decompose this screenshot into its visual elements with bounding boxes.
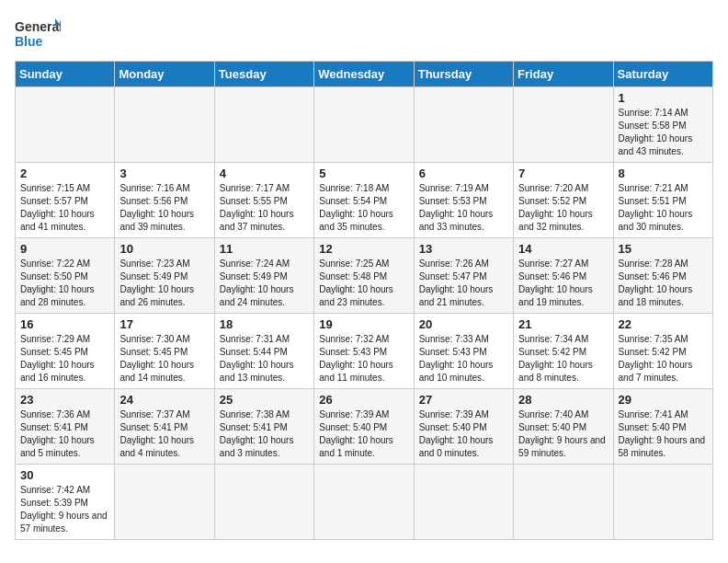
calendar-cell: 23Sunrise: 7:36 AM Sunset: 5:41 PM Dayli… bbox=[16, 389, 115, 465]
calendar-header: SundayMondayTuesdayWednesdayThursdayFrid… bbox=[16, 62, 713, 87]
logo-svg: General Blue bbox=[15, 15, 61, 53]
calendar-cell: 24Sunrise: 7:37 AM Sunset: 5:41 PM Dayli… bbox=[115, 389, 214, 465]
sun-info: Sunrise: 7:16 AM Sunset: 5:56 PM Dayligh… bbox=[119, 182, 209, 234]
calendar-cell: 28Sunrise: 7:40 AM Sunset: 5:40 PM Dayli… bbox=[514, 389, 613, 465]
sun-info: Sunrise: 7:20 AM Sunset: 5:52 PM Dayligh… bbox=[518, 182, 608, 234]
calendar-cell: 18Sunrise: 7:31 AM Sunset: 5:44 PM Dayli… bbox=[214, 314, 313, 389]
calendar-week-row: 16Sunrise: 7:29 AM Sunset: 5:45 PM Dayli… bbox=[16, 314, 713, 389]
calendar-cell: 14Sunrise: 7:27 AM Sunset: 5:46 PM Dayli… bbox=[514, 238, 613, 314]
weekday-row: SundayMondayTuesdayWednesdayThursdayFrid… bbox=[16, 62, 713, 87]
calendar-cell: 1Sunrise: 7:14 AM Sunset: 5:58 PM Daylig… bbox=[613, 87, 712, 163]
calendar-cell bbox=[115, 465, 214, 540]
sun-info: Sunrise: 7:37 AM Sunset: 5:41 PM Dayligh… bbox=[119, 408, 209, 460]
day-number: 4 bbox=[220, 167, 309, 180]
weekday-header: Wednesday bbox=[314, 62, 414, 87]
day-number: 1 bbox=[619, 91, 708, 105]
svg-text:Blue: Blue bbox=[15, 34, 43, 49]
calendar-cell: 9Sunrise: 7:22 AM Sunset: 5:50 PM Daylig… bbox=[16, 238, 115, 314]
calendar-cell: 22Sunrise: 7:35 AM Sunset: 5:42 PM Dayli… bbox=[613, 314, 712, 389]
calendar-cell: 4Sunrise: 7:17 AM Sunset: 5:55 PM Daylig… bbox=[214, 163, 313, 238]
day-number: 9 bbox=[20, 242, 109, 256]
day-number: 7 bbox=[518, 167, 608, 180]
calendar-cell bbox=[214, 465, 313, 540]
sun-info: Sunrise: 7:25 AM Sunset: 5:48 PM Dayligh… bbox=[319, 258, 408, 309]
calendar-cell: 8Sunrise: 7:21 AM Sunset: 5:51 PM Daylig… bbox=[613, 163, 712, 238]
weekday-header: Sunday bbox=[16, 62, 115, 87]
day-number: 2 bbox=[20, 167, 109, 180]
day-number: 28 bbox=[518, 393, 608, 407]
calendar-cell: 3Sunrise: 7:16 AM Sunset: 5:56 PM Daylig… bbox=[115, 163, 214, 238]
day-number: 30 bbox=[20, 468, 109, 482]
sun-info: Sunrise: 7:35 AM Sunset: 5:42 PM Dayligh… bbox=[619, 333, 708, 385]
calendar-cell: 30Sunrise: 7:42 AM Sunset: 5:39 PM Dayli… bbox=[16, 465, 115, 540]
day-number: 24 bbox=[119, 393, 209, 407]
calendar-cell: 2Sunrise: 7:15 AM Sunset: 5:57 PM Daylig… bbox=[16, 163, 115, 238]
sun-info: Sunrise: 7:23 AM Sunset: 5:49 PM Dayligh… bbox=[119, 258, 209, 309]
sun-info: Sunrise: 7:14 AM Sunset: 5:58 PM Dayligh… bbox=[619, 107, 708, 158]
calendar-cell bbox=[314, 87, 414, 163]
day-number: 15 bbox=[619, 242, 708, 256]
day-number: 8 bbox=[619, 167, 708, 180]
sun-info: Sunrise: 7:19 AM Sunset: 5:53 PM Dayligh… bbox=[419, 182, 508, 234]
day-number: 10 bbox=[119, 242, 209, 256]
calendar-cell bbox=[16, 87, 115, 163]
calendar-cell: 19Sunrise: 7:32 AM Sunset: 5:43 PM Dayli… bbox=[314, 314, 414, 389]
weekday-header: Friday bbox=[514, 62, 613, 87]
calendar-cell bbox=[414, 465, 513, 540]
sun-info: Sunrise: 7:30 AM Sunset: 5:45 PM Dayligh… bbox=[119, 333, 209, 385]
day-number: 16 bbox=[20, 317, 109, 331]
sun-info: Sunrise: 7:31 AM Sunset: 5:44 PM Dayligh… bbox=[220, 333, 309, 385]
svg-text:General: General bbox=[15, 19, 61, 34]
day-number: 14 bbox=[518, 242, 608, 256]
sun-info: Sunrise: 7:42 AM Sunset: 5:39 PM Dayligh… bbox=[20, 484, 109, 535]
calendar-table: SundayMondayTuesdayWednesdayThursdayFrid… bbox=[15, 61, 713, 540]
weekday-header: Tuesday bbox=[214, 62, 313, 87]
sun-info: Sunrise: 7:32 AM Sunset: 5:43 PM Dayligh… bbox=[319, 333, 408, 385]
weekday-header: Thursday bbox=[414, 62, 513, 87]
calendar-cell bbox=[115, 87, 214, 163]
calendar-cell bbox=[514, 465, 613, 540]
calendar-cell: 5Sunrise: 7:18 AM Sunset: 5:54 PM Daylig… bbox=[314, 163, 414, 238]
calendar-week-row: 9Sunrise: 7:22 AM Sunset: 5:50 PM Daylig… bbox=[16, 238, 713, 314]
calendar-cell: 26Sunrise: 7:39 AM Sunset: 5:40 PM Dayli… bbox=[314, 389, 414, 465]
calendar-week-row: 2Sunrise: 7:15 AM Sunset: 5:57 PM Daylig… bbox=[16, 163, 713, 238]
calendar-cell bbox=[414, 87, 513, 163]
weekday-header: Monday bbox=[115, 62, 214, 87]
calendar-cell: 29Sunrise: 7:41 AM Sunset: 5:40 PM Dayli… bbox=[613, 389, 712, 465]
sun-info: Sunrise: 7:38 AM Sunset: 5:41 PM Dayligh… bbox=[220, 408, 309, 460]
day-number: 22 bbox=[619, 317, 708, 331]
day-number: 19 bbox=[319, 317, 408, 331]
calendar-cell: 17Sunrise: 7:30 AM Sunset: 5:45 PM Dayli… bbox=[115, 314, 214, 389]
sun-info: Sunrise: 7:34 AM Sunset: 5:42 PM Dayligh… bbox=[518, 333, 608, 385]
day-number: 18 bbox=[220, 317, 309, 331]
logo: General Blue bbox=[15, 15, 61, 53]
day-number: 3 bbox=[119, 167, 209, 180]
sun-info: Sunrise: 7:36 AM Sunset: 5:41 PM Dayligh… bbox=[20, 408, 109, 460]
weekday-header: Saturday bbox=[613, 62, 712, 87]
day-number: 25 bbox=[220, 393, 309, 407]
sun-info: Sunrise: 7:24 AM Sunset: 5:49 PM Dayligh… bbox=[220, 258, 309, 309]
sun-info: Sunrise: 7:26 AM Sunset: 5:47 PM Dayligh… bbox=[419, 258, 508, 309]
sun-info: Sunrise: 7:15 AM Sunset: 5:57 PM Dayligh… bbox=[20, 182, 109, 234]
sun-info: Sunrise: 7:17 AM Sunset: 5:55 PM Dayligh… bbox=[220, 182, 309, 234]
day-number: 13 bbox=[419, 242, 508, 256]
sun-info: Sunrise: 7:22 AM Sunset: 5:50 PM Dayligh… bbox=[20, 258, 109, 309]
day-number: 5 bbox=[319, 167, 408, 180]
day-number: 21 bbox=[518, 317, 608, 331]
calendar-cell bbox=[314, 465, 414, 540]
calendar-week-row: 30Sunrise: 7:42 AM Sunset: 5:39 PM Dayli… bbox=[16, 465, 713, 540]
sun-info: Sunrise: 7:28 AM Sunset: 5:46 PM Dayligh… bbox=[619, 258, 708, 309]
day-number: 20 bbox=[419, 317, 508, 331]
calendar-cell bbox=[514, 87, 613, 163]
day-number: 26 bbox=[319, 393, 408, 407]
page-header: General Blue bbox=[15, 15, 713, 53]
calendar-body: 1Sunrise: 7:14 AM Sunset: 5:58 PM Daylig… bbox=[16, 87, 713, 540]
sun-info: Sunrise: 7:29 AM Sunset: 5:45 PM Dayligh… bbox=[20, 333, 109, 385]
day-number: 12 bbox=[319, 242, 408, 256]
day-number: 27 bbox=[419, 393, 508, 407]
calendar-cell bbox=[613, 465, 712, 540]
calendar-cell: 21Sunrise: 7:34 AM Sunset: 5:42 PM Dayli… bbox=[514, 314, 613, 389]
calendar-cell: 6Sunrise: 7:19 AM Sunset: 5:53 PM Daylig… bbox=[414, 163, 513, 238]
calendar-cell: 15Sunrise: 7:28 AM Sunset: 5:46 PM Dayli… bbox=[613, 238, 712, 314]
sun-info: Sunrise: 7:40 AM Sunset: 5:40 PM Dayligh… bbox=[518, 408, 608, 460]
